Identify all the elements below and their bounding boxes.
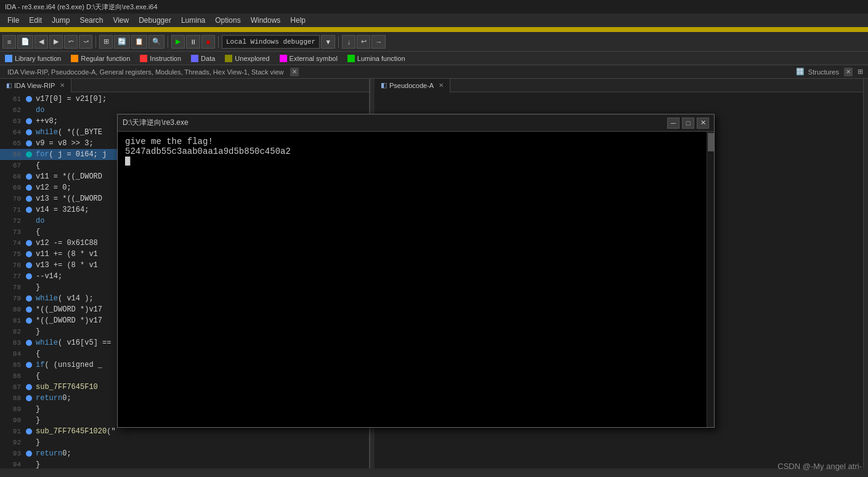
toolbar: ≡ 📄 ◀ ▶ ⤺ ⤻ ⊞ 🔄 📋 🔍 ▶ ⏸ ■ Local Windows … <box>0 32 868 52</box>
structures-tab-icon: 🔠 <box>796 68 805 76</box>
toolbar-sep-4 <box>338 36 339 48</box>
toolbar-btn-3[interactable]: ◀ <box>34 35 48 49</box>
structures-tab-expand[interactable]: ⊞ <box>858 68 863 76</box>
code-tab[interactable]: ◧ IDA View-RIP ✕ <box>0 79 71 92</box>
menu-file[interactable]: File <box>2 15 24 26</box>
pseudo-tab-label: Pseudocode-A <box>389 82 434 89</box>
structures-tab-close[interactable]: ✕ <box>844 68 853 76</box>
legend-bar: Library function Regular function Instru… <box>0 52 868 65</box>
console-win-buttons: ─ □ ✕ <box>667 118 709 129</box>
console-line-1: give me the flag! <box>125 137 699 146</box>
tab-strip-top: IDA View-RIP, Pseudocode-A, General regi… <box>0 65 868 79</box>
console-title: D:\天津逆向\re3.exe <box>123 118 189 128</box>
toolbar-btn-4[interactable]: ▶ <box>49 35 63 49</box>
menu-bar: File Edit Jump Search View Debugger Lumi… <box>0 14 868 27</box>
menu-edit[interactable]: Edit <box>24 15 47 26</box>
toolbar-btn-6[interactable]: ⤻ <box>79 35 92 49</box>
legend-unexplored-dot <box>225 55 232 62</box>
tab-group-left: IDA View-RIP, Pseudocode-A, General regi… <box>0 67 791 77</box>
console-minimize-btn[interactable]: ─ <box>667 118 679 129</box>
legend-library-dot <box>5 55 12 62</box>
menu-jump[interactable]: Jump <box>47 15 75 26</box>
menu-options[interactable]: Options <box>210 15 245 26</box>
pseudo-tab-bar: ◧ Pseudocode-A ✕ <box>375 79 863 92</box>
toolbar-dropdown-btn[interactable]: ▼ <box>321 35 335 49</box>
legend-data-label: Data <box>201 55 215 62</box>
watermark: CSDN @-My angel atri- <box>777 462 862 471</box>
toolbar-sep-2 <box>168 36 168 48</box>
code-tab-icon: ◧ <box>6 82 12 89</box>
legend-regular-label: Regular function <box>81 55 130 62</box>
watermark-text: CSDN @-My angel atri- <box>777 462 862 471</box>
legend-library-label: Library function <box>15 55 61 62</box>
code-line-61: 61 v17[0] = v21[0]; <box>0 94 369 105</box>
tab-strip-label[interactable]: IDA View-RIP, Pseudocode-A, General regi… <box>2 67 289 77</box>
menu-search[interactable]: Search <box>75 15 108 26</box>
structures-tab-label[interactable]: Structures <box>805 67 843 77</box>
console-maximize-btn[interactable]: □ <box>682 118 694 129</box>
toolbar-btn-debug-run[interactable]: ▶ <box>171 35 185 49</box>
pseudo-scrollbar[interactable] <box>863 79 868 468</box>
legend-library: Library function <box>5 55 61 62</box>
toolbar-btn-run-to[interactable]: → <box>371 35 386 49</box>
console-titlebar: D:\天津逆向\re3.exe ─ □ ✕ <box>118 114 714 132</box>
legend-instruction-dot <box>140 55 147 62</box>
legend-regular-dot <box>71 55 78 62</box>
toolbar-btn-2[interactable]: 📄 <box>17 35 33 49</box>
toolbar-sep-1 <box>95 36 96 48</box>
debugger-label: Local Windows debugger <box>222 35 320 49</box>
toolbar-btn-7[interactable]: ⊞ <box>99 35 113 49</box>
toolbar-btn-debug-stop[interactable]: ■ <box>201 35 215 49</box>
menu-lumina[interactable]: Lumina <box>176 15 210 26</box>
code-tab-bar: ◧ IDA View-RIP ✕ <box>0 79 369 92</box>
legend-unexplored: Unexplored <box>225 55 269 62</box>
console-body-area: give me the flag! 5247adb55c3aab0aa1a9d5… <box>118 132 714 427</box>
title-text: IDA - re3.exe.i64 (re3.exe) D:\天津逆向\re3.… <box>5 2 158 12</box>
legend-external-label: External symbol <box>290 55 338 62</box>
code-tab-close[interactable]: ✕ <box>60 82 65 89</box>
console-body: give me the flag! 5247adb55c3aab0aa1a9d5… <box>118 132 707 427</box>
console-line-2: 5247adb55c3aab0aa1a9d5b850c450a2 <box>125 146 699 156</box>
structures-tab-area: 🔠 Structures ✕ ⊞ <box>791 67 868 77</box>
console-scrollbar[interactable] <box>707 132 714 427</box>
legend-regular: Regular function <box>71 55 130 62</box>
console-scroll-thumb <box>708 133 714 151</box>
menu-windows[interactable]: Windows <box>246 15 286 26</box>
menu-help[interactable]: Help <box>285 15 310 26</box>
legend-unexplored-label: Unexplored <box>235 55 269 62</box>
console-close-btn[interactable]: ✕ <box>697 118 709 129</box>
pseudo-tab-close[interactable]: ✕ <box>439 82 444 89</box>
toolbar-btn-debug-pause[interactable]: ⏸ <box>186 35 200 49</box>
legend-lumina: Lumina function <box>347 55 405 62</box>
toolbar-sep-3 <box>218 36 219 48</box>
toolbar-btn-8[interactable]: 🔄 <box>114 35 130 49</box>
code-line-94: 94 } <box>0 459 369 468</box>
code-line-93: 93 return 0; <box>0 448 369 459</box>
legend-instruction: Instruction <box>140 55 181 62</box>
toolbar-btn-step[interactable]: ↓ <box>342 35 355 49</box>
console-cursor: █ <box>125 156 699 166</box>
toolbar-btn-5[interactable]: ⤺ <box>64 35 78 49</box>
console-popup: D:\天津逆向\re3.exe ─ □ ✕ give me the flag! … <box>117 114 715 428</box>
pseudo-tab[interactable]: ◧ Pseudocode-A ✕ <box>375 79 450 92</box>
menu-debugger[interactable]: Debugger <box>134 15 176 26</box>
code-tab-label: IDA View-RIP <box>14 82 55 89</box>
legend-data-dot <box>191 55 198 62</box>
legend-lumina-label: Lumina function <box>357 55 405 62</box>
accent-bar <box>0 27 868 32</box>
pseudo-tab-icon: ◧ <box>381 81 387 89</box>
toolbar-btn-9[interactable]: 📋 <box>131 35 147 49</box>
legend-external: External symbol <box>280 55 338 62</box>
menu-view[interactable]: View <box>108 15 134 26</box>
toolbar-btn-1[interactable]: ≡ <box>2 35 16 49</box>
legend-external-dot <box>280 55 287 62</box>
tab-strip-close[interactable]: ✕ <box>290 68 299 76</box>
legend-data: Data <box>191 55 215 62</box>
legend-instruction-label: Instruction <box>150 55 181 62</box>
title-bar: IDA - re3.exe.i64 (re3.exe) D:\天津逆向\re3.… <box>0 0 868 14</box>
toolbar-btn-step2[interactable]: ↩ <box>357 35 370 49</box>
code-line-92: 92 } <box>0 437 369 448</box>
toolbar-btn-10[interactable]: 🔍 <box>148 35 164 49</box>
legend-lumina-dot <box>347 55 355 62</box>
